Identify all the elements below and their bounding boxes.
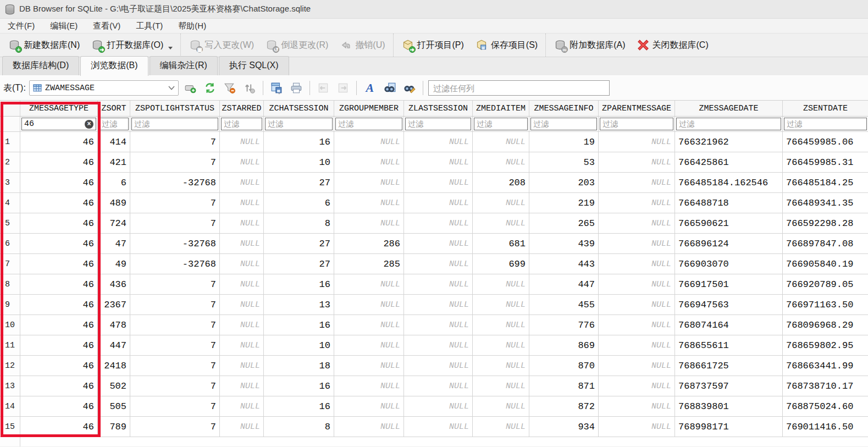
table-cell[interactable]: NULL	[404, 213, 473, 234]
table-cell[interactable]: 769011416.50	[783, 417, 868, 437]
row-number[interactable]: 6	[0, 234, 20, 254]
table-cell[interactable]: 421	[98, 152, 130, 173]
table-cell[interactable]: NULL	[599, 213, 675, 234]
table-cell[interactable]: NULL	[404, 234, 473, 254]
table-cell[interactable]: 447	[529, 274, 599, 295]
table-cell[interactable]: 46	[20, 254, 98, 274]
table-cell[interactable]: NULL	[404, 396, 473, 417]
table-cell[interactable]: 6	[264, 193, 334, 213]
tab-database-structure[interactable]: 数据库结构(D)	[2, 56, 79, 75]
table-cell[interactable]: 766489341.35	[783, 193, 868, 213]
table-cell[interactable]: 27	[264, 234, 334, 254]
column-header-zmessageinfo[interactable]: ZMESSAGEINFO	[529, 101, 599, 117]
column-header-zparentmessage[interactable]: ZPARENTMESSAGE	[599, 101, 675, 117]
table-cell[interactable]: NULL	[220, 356, 264, 376]
table-cell[interactable]: 766488718	[675, 193, 783, 213]
tab-edit-pragmas[interactable]: 编辑杂注(R)	[150, 56, 218, 75]
table-cell[interactable]: 436	[98, 274, 130, 295]
table-cell[interactable]: NULL	[599, 132, 675, 152]
table-cell[interactable]: 768875024.60	[783, 396, 868, 417]
menu-view[interactable]: 查看(V)	[85, 20, 128, 32]
print-button[interactable]	[288, 80, 305, 96]
row-number[interactable]: 1	[0, 132, 20, 152]
table-cell[interactable]: NULL	[220, 295, 264, 315]
table-cell[interactable]: 502	[98, 376, 130, 396]
table-cell[interactable]: NULL	[473, 417, 529, 437]
filter-input-zmessageinfo[interactable]: 过滤	[530, 118, 597, 130]
table-cell[interactable]: 19	[529, 132, 599, 152]
table-cell[interactable]: 8	[264, 213, 334, 234]
table-cell[interactable]: NULL	[404, 376, 473, 396]
table-cell[interactable]: 766321962	[675, 132, 783, 152]
refresh-icon[interactable]	[202, 80, 218, 96]
sort-icon[interactable]	[241, 80, 258, 96]
table-cell[interactable]: 2367	[98, 295, 130, 315]
table-cell[interactable]: 766590621	[675, 213, 783, 234]
filter-input-zchatsession[interactable]: 过滤	[265, 118, 333, 130]
table-cell[interactable]: 49	[98, 254, 130, 274]
table-cell[interactable]: NULL	[334, 213, 404, 234]
filter-input-zmessagetype[interactable]: 46×	[21, 118, 96, 130]
table-cell[interactable]: 489	[98, 193, 130, 213]
save-table-view-button[interactable]	[268, 80, 285, 96]
find-replace-icon[interactable]	[401, 80, 418, 96]
table-cell[interactable]: 768663441.99	[783, 356, 868, 376]
filter-input-zstarred[interactable]: 过滤	[221, 118, 262, 130]
table-cell[interactable]: 439	[529, 234, 599, 254]
table-cell[interactable]: NULL	[599, 376, 675, 396]
table-cell[interactable]: NULL	[334, 173, 404, 193]
filter-any-column-input[interactable]	[428, 80, 610, 96]
undo-button[interactable]: 撤销(U)	[334, 36, 390, 54]
table-cell[interactable]: 455	[529, 295, 599, 315]
row-number[interactable]: 12	[0, 356, 20, 376]
attach-database-button[interactable]: ∞ 附加数据库(A)	[548, 36, 631, 54]
table-cell[interactable]: NULL	[220, 193, 264, 213]
table-cell[interactable]: 53	[529, 152, 599, 173]
table-cell[interactable]: 46	[20, 356, 98, 376]
table-cell[interactable]: 766485184.162546	[675, 173, 783, 193]
table-cell[interactable]: 768074164	[675, 315, 783, 335]
row-number[interactable]: 10	[0, 315, 20, 335]
table-cell[interactable]: NULL	[220, 254, 264, 274]
table-cell[interactable]: NULL	[404, 356, 473, 376]
table-cell[interactable]: 16	[264, 132, 334, 152]
table-cell[interactable]: NULL	[404, 315, 473, 335]
table-cell[interactable]: NULL	[220, 132, 264, 152]
column-header-zmediaitem[interactable]: ZMEDIAITEM	[473, 101, 529, 117]
table-cell[interactable]: NULL	[473, 356, 529, 376]
table-cell[interactable]: 789	[98, 417, 130, 437]
table-select-combobox[interactable]: ZWAMESSAGE	[29, 80, 179, 96]
filter-clear-icon[interactable]: ×	[85, 120, 93, 129]
table-cell[interactable]: 724	[98, 213, 130, 234]
table-cell[interactable]: 7	[130, 315, 220, 335]
table-cell[interactable]: 766971163.50	[783, 295, 868, 315]
column-header-zlastsession[interactable]: ZLASTSESSION	[404, 101, 473, 117]
table-cell[interactable]: 766425861	[675, 152, 783, 173]
table-cell[interactable]: 7	[130, 335, 220, 356]
table-cell[interactable]: 768738710.17	[783, 376, 868, 396]
table-cell[interactable]: NULL	[599, 234, 675, 254]
table-cell[interactable]: 7	[130, 295, 220, 315]
table-cell[interactable]: 16	[264, 376, 334, 396]
table-cell[interactable]: 8	[264, 417, 334, 437]
table-cell[interactable]: NULL	[473, 193, 529, 213]
table-cell[interactable]: 46	[20, 193, 98, 213]
tab-execute-sql[interactable]: 执行 SQL(X)	[219, 56, 289, 75]
table-cell[interactable]: 768661725	[675, 356, 783, 376]
table-cell[interactable]: NULL	[334, 193, 404, 213]
table-cell[interactable]: 16	[264, 274, 334, 295]
column-header-zmessagetype[interactable]: ZMESSAGETYPE	[20, 101, 98, 117]
table-cell[interactable]: NULL	[404, 417, 473, 437]
menu-edit[interactable]: 编辑(E)	[42, 20, 85, 32]
filter-input-zgroupmember[interactable]: 过滤	[335, 118, 402, 130]
column-header-zsentdate[interactable]: ZSENTDATE	[783, 101, 868, 117]
table-cell[interactable]: NULL	[404, 132, 473, 152]
table-cell[interactable]: 766947563	[675, 295, 783, 315]
table-cell[interactable]: 46	[20, 417, 98, 437]
table-cell[interactable]: 27	[264, 173, 334, 193]
table-cell[interactable]: 46	[20, 295, 98, 315]
table-cell[interactable]: 13	[264, 295, 334, 315]
table-cell[interactable]: NULL	[220, 335, 264, 356]
menu-file[interactable]: 文件(F)	[0, 20, 42, 32]
table-cell[interactable]: NULL	[220, 173, 264, 193]
